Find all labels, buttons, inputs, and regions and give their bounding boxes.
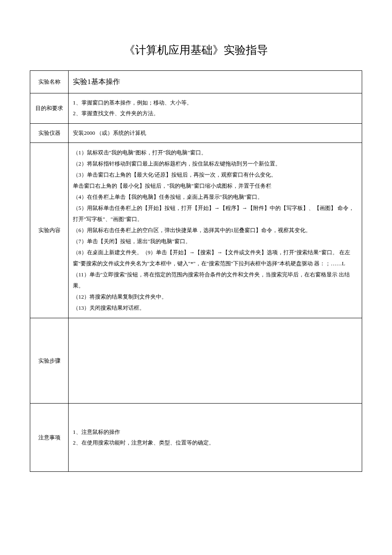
row-label-purpose: 目的和要求 <box>30 93 69 123</box>
row-label-name: 实验名称 <box>30 71 69 93</box>
content-line: （2）将鼠标指针移动到窗口最上面的标题栏内，按住鼠标左键拖动到另一个新位置。 <box>73 158 357 169</box>
table-row: 实验步骤 <box>30 318 362 404</box>
purpose-line: 1、掌握窗口的基本操作，例如；移动、大小等。 <box>73 98 357 108</box>
table-row: 实验内容 （1）鼠标双击"我的电脑"图标，打开"我的电脑"窗口。 （2）将鼠标指… <box>30 143 362 318</box>
content-line: （12）将搜索的结果复制到文件夹中。 <box>73 291 357 302</box>
purpose-line: 2、掌握查找文件、文件夹的方法。 <box>73 108 357 119</box>
equipment-value: 安装2000 （或）系统的计算机 <box>69 123 362 143</box>
table-row: 实验名称 实验1基本操作 <box>30 71 362 93</box>
table-row: 目的和要求 1、掌握窗口的基本操作，例如；移动、大小等。 2、掌握查找文件、文件… <box>30 93 362 123</box>
table-row: 实验仪器 安装2000 （或）系统的计算机 <box>30 123 362 143</box>
row-label-notice: 注意事项 <box>30 404 69 472</box>
table-row: 注意事项 1、注意鼠标的操作 2、在使用搜索功能时，注意对象、类型、位置等的确定… <box>30 404 362 472</box>
notice-value: 1、注意鼠标的操作 2、在使用搜索功能时，注意对象、类型、位置等的确定。 <box>69 404 362 472</box>
notice-line: 1、注意鼠标的操作 <box>73 427 357 438</box>
content-line: （3）单击窗口右上角的【最大化/还原】按钮后，再按一次，观察窗口有什么变化。 <box>73 169 357 180</box>
steps-value <box>69 318 362 404</box>
content-value: （1）鼠标双击"我的电脑"图标，打开"我的电脑"窗口。 （2）将鼠标指针移动到窗… <box>69 143 362 318</box>
content-line: （8）在桌面上新建文件夹。（9）单击【开始】→【搜索】→【文件或文件夹】选项，打… <box>73 247 357 269</box>
content-line: （13）关闭搜索结果对话框。 <box>73 302 357 314</box>
notice-line: 2、在使用搜索功能时，注意对象、类型、位置等的确定。 <box>73 438 357 448</box>
row-label-steps: 实验步骤 <box>30 318 69 404</box>
experiment-name-value: 实验1基本操作 <box>69 71 362 93</box>
content-line: （6）用鼠标右击任务栏上的空白区，弹出快捷菜单，选择其中的1层叠窗口】命令，视察… <box>73 225 357 236</box>
experiment-table: 实验名称 实验1基本操作 目的和要求 1、掌握窗口的基本操作，例如；移动、大小等… <box>30 70 362 472</box>
content-line: （11）单击"立即搜索"按钮，将在指定的范围内搜索符合条件的文件和文件夹，当搜索… <box>73 269 357 291</box>
content-line: （7）单击【关闭】按钮，退出"我的电脑"窗口。 <box>73 236 357 247</box>
content-line: （5）用鼠标单击任务栏上的【开始】按钮，打开【开始】→【程序】→【附件】中的【写… <box>73 203 357 225</box>
row-label-content: 实验内容 <box>30 143 69 318</box>
content-line: （4）在任务栏上单击【我的电脑】任务按钮，桌面上再显示"我的电脑"窗口。 <box>73 192 357 203</box>
content-line: （1）鼠标双击"我的电脑"图标，打开"我的电脑"窗口。 <box>73 147 357 158</box>
document-title: 《计算机应用基础》实验指导 <box>30 43 362 58</box>
row-label-equipment: 实验仪器 <box>30 123 69 143</box>
purpose-value: 1、掌握窗口的基本操作，例如；移动、大小等。 2、掌握查找文件、文件夹的方法。 <box>69 93 362 123</box>
content-line: 单击窗口右上角的【最小化】按钮后，"我的电脑"窗口缩小成图标，并置于任务栏 <box>73 180 357 192</box>
